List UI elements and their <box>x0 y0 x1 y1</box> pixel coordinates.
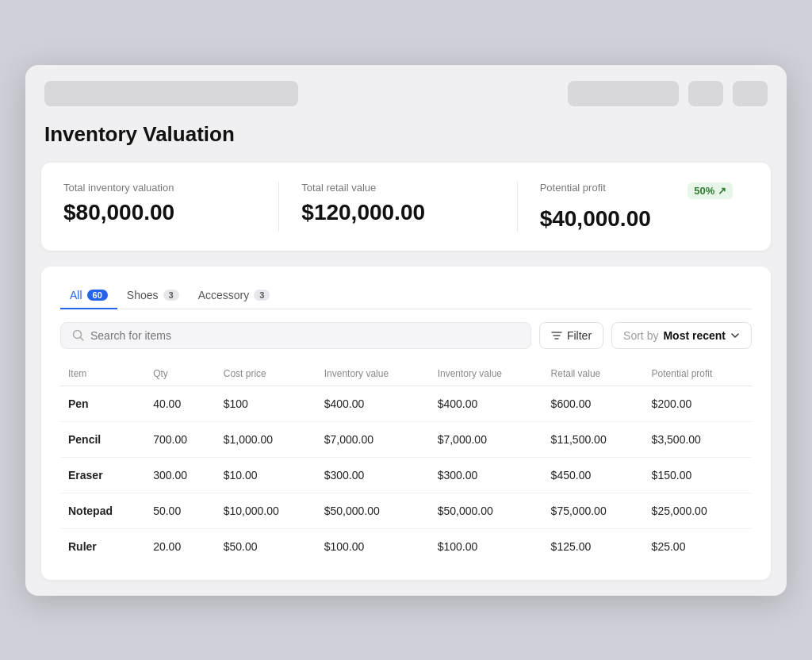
summary-total-retail-label: Total retail value <box>301 182 494 194</box>
search-icon <box>72 329 84 341</box>
svg-line-1 <box>81 338 84 341</box>
table-row: Eraser300.00$10.00$300.00$300.00$450.00$… <box>60 457 752 493</box>
cell-2-5: $450.00 <box>543 457 644 493</box>
col-header-inv-value-2: Inventory value <box>430 362 543 386</box>
cell-1-1: 700.00 <box>145 421 216 457</box>
summary-card: Total inventory valuation $80,000.00 Tot… <box>41 163 771 251</box>
cell-1-4: $7,000.00 <box>430 421 543 457</box>
cell-3-5: $75,000.00 <box>543 493 644 528</box>
summary-potential-profit-label: Potential profit <box>540 182 606 194</box>
summary-potential-profit-value: $40,000.00 <box>540 206 733 232</box>
toolbar: Filter Sort by Most recent <box>60 322 752 349</box>
cell-4-0: Ruler <box>60 528 145 564</box>
cell-1-0: Pencil <box>60 421 145 457</box>
cell-4-4: $100.00 <box>430 528 543 564</box>
sort-button[interactable]: Sort by Most recent <box>611 322 752 349</box>
cell-0-4: $400.00 <box>430 386 543 421</box>
col-header-inv-value-1: Inventory value <box>316 362 430 386</box>
cell-4-1: 20.00 <box>145 528 216 564</box>
titlebar-pill-4 <box>733 81 768 106</box>
tab-shoes[interactable]: Shoes 3 <box>117 282 189 309</box>
summary-total-inventory-label: Total inventory valuation <box>63 182 256 194</box>
cell-3-3: $50,000.00 <box>316 493 430 528</box>
tab-accessory-badge: 3 <box>254 290 270 301</box>
cell-3-0: Notepad <box>60 493 145 528</box>
cell-2-6: $150.00 <box>644 457 752 493</box>
main-window: Inventory Valuation Total inventory valu… <box>25 65 787 596</box>
cell-1-3: $7,000.00 <box>316 421 430 457</box>
table-row: Notepad50.00$10,000.00$50,000.00$50,000.… <box>60 493 752 528</box>
cell-1-2: $1,000.00 <box>216 421 316 457</box>
profit-badge: 50% ↗ <box>688 182 733 199</box>
table-row: Pencil700.00$1,000.00$7,000.00$7,000.00$… <box>60 421 752 457</box>
titlebar-pill-1 <box>44 81 298 106</box>
cell-0-0: Pen <box>60 386 145 421</box>
tab-accessory-label: Accessory <box>198 289 250 301</box>
filter-label: Filter <box>567 329 592 342</box>
cell-2-2: $10.00 <box>216 457 316 493</box>
cell-4-3: $100.00 <box>316 528 430 564</box>
cell-1-5: $11,500.00 <box>543 421 644 457</box>
cell-0-5: $600.00 <box>543 386 644 421</box>
tab-all-badge: 60 <box>87 290 108 301</box>
summary-total-retail: Total retail value $120,000.00 <box>285 182 510 232</box>
cell-3-6: $25,000.00 <box>644 493 752 528</box>
col-header-qty: Qty <box>145 362 216 386</box>
search-box[interactable] <box>60 322 531 349</box>
cell-0-1: 40.00 <box>145 386 216 421</box>
cell-0-3: $400.00 <box>316 386 430 421</box>
chevron-down-icon <box>730 331 740 340</box>
cell-3-4: $50,000.00 <box>430 493 543 528</box>
cell-2-4: $300.00 <box>430 457 543 493</box>
cell-2-0: Eraser <box>60 457 145 493</box>
filter-button[interactable]: Filter <box>539 322 603 349</box>
cell-2-1: 300.00 <box>145 457 216 493</box>
cell-0-2: $100 <box>216 386 316 421</box>
tabs: All 60 Shoes 3 Accessory 3 <box>60 282 752 309</box>
filter-icon <box>551 330 562 341</box>
page-title: Inventory Valuation <box>41 122 771 147</box>
cell-3-2: $10,000.00 <box>216 493 316 528</box>
cell-0-6: $200.00 <box>644 386 752 421</box>
title-bar <box>41 81 771 106</box>
table-header-row: Item Qty Cost price Inventory value Inve… <box>60 362 752 386</box>
titlebar-pill-2 <box>568 81 679 106</box>
summary-divider-1 <box>278 182 279 232</box>
summary-potential-profit-header: Potential profit 50% ↗ <box>540 182 733 200</box>
table-row: Pen40.00$100$400.00$400.00$600.00$200.00 <box>60 386 752 421</box>
summary-total-retail-value: $120,000.00 <box>301 200 494 225</box>
col-header-item: Item <box>60 362 145 386</box>
tab-all[interactable]: All 60 <box>60 282 117 309</box>
cell-2-3: $300.00 <box>316 457 430 493</box>
table-row: Ruler20.00$50.00$100.00$100.00$125.00$25… <box>60 528 752 564</box>
summary-potential-profit: Potential profit 50% ↗ $40,000.00 <box>524 182 749 232</box>
cell-3-1: 50.00 <box>145 493 216 528</box>
tab-shoes-badge: 3 <box>163 290 179 301</box>
titlebar-pill-3 <box>688 81 723 106</box>
inventory-table: Item Qty Cost price Inventory value Inve… <box>60 362 752 564</box>
sort-value: Most recent <box>663 329 726 342</box>
main-card: All 60 Shoes 3 Accessory 3 <box>41 267 771 580</box>
summary-divider-2 <box>517 182 518 232</box>
tab-shoes-label: Shoes <box>127 289 159 301</box>
cell-4-6: $25.00 <box>644 528 752 564</box>
tab-accessory[interactable]: Accessory 3 <box>189 282 280 309</box>
col-header-retail: Retail value <box>543 362 644 386</box>
summary-total-inventory: Total inventory valuation $80,000.00 <box>63 182 272 232</box>
summary-total-inventory-value: $80,000.00 <box>63 200 256 225</box>
col-header-cost-price: Cost price <box>216 362 316 386</box>
tab-all-label: All <box>70 289 82 301</box>
sort-prefix: Sort by <box>623 329 658 342</box>
search-input[interactable] <box>90 329 519 342</box>
cell-4-2: $50.00 <box>216 528 316 564</box>
cell-4-5: $125.00 <box>543 528 644 564</box>
col-header-profit: Potential profit <box>644 362 752 386</box>
cell-1-6: $3,500.00 <box>644 421 752 457</box>
